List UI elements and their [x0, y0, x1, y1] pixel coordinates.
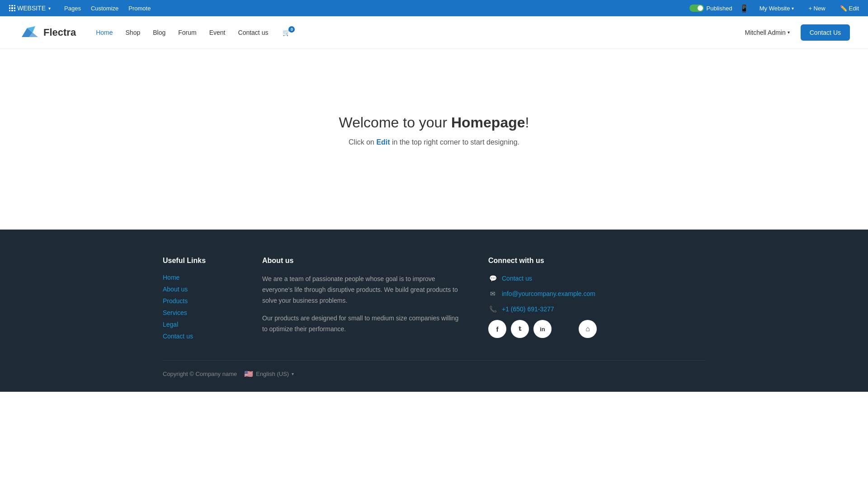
connect-heading: Connect with us	[488, 257, 606, 265]
home-button[interactable]: ⌂	[579, 320, 597, 338]
footer-about-col: About us We are a team of passionate peo…	[262, 257, 461, 342]
website-chevron-icon: ▾	[48, 6, 51, 11]
hero-title-start: Welcome to your	[339, 114, 451, 131]
connect-email: ✉ info@yourcompany.example.com	[488, 289, 606, 298]
hero-subtitle: Click on Edit in the top right corner to…	[349, 138, 519, 146]
logo[interactable]: Flectra	[18, 24, 76, 41]
nav-event[interactable]: Event	[204, 25, 231, 40]
facebook-button[interactable]: f	[488, 320, 506, 338]
admin-bar: WEBSITE ▾ Pages Customize Promote Publis…	[0, 0, 868, 16]
language-selector[interactable]: 🇺🇸 English (US) ▾	[244, 370, 294, 378]
edit-pencil-icon: ✏️	[840, 5, 847, 12]
hero-subtitle-end: in the top right corner to start designi…	[390, 138, 519, 146]
nav-home[interactable]: Home	[90, 25, 118, 40]
footer-link-legal[interactable]: Legal	[163, 321, 178, 328]
my-website-label: My Website	[760, 5, 790, 12]
copyright-text: Copyright © Company name	[163, 371, 237, 377]
user-menu-button[interactable]: Mitchell Admin ▾	[741, 26, 793, 39]
footer-link-home[interactable]: Home	[163, 274, 179, 281]
about-para2: Our products are designed for small to m…	[262, 313, 461, 335]
admin-bar-links: Pages Customize Promote	[60, 3, 155, 14]
twitter-button[interactable]: 𝕥	[511, 320, 529, 338]
connect-email-link[interactable]: info@yourcompany.example.com	[502, 290, 595, 297]
logo-icon	[18, 24, 40, 41]
pages-link[interactable]: Pages	[60, 3, 85, 14]
cart-badge: 0	[288, 26, 295, 33]
flag-icon: 🇺🇸	[244, 370, 253, 378]
footer-connect-col: Connect with us 💬 Contact us ✉ info@your…	[488, 257, 606, 342]
mobile-preview-icon[interactable]: 📱	[740, 4, 749, 13]
site-footer: Useful Links Home About us Products Serv…	[0, 230, 868, 392]
site-nav: Home Shop Blog Forum Event Contact us 🛒 …	[90, 25, 741, 40]
website-grid-icon	[9, 5, 15, 11]
nav-shop[interactable]: Shop	[120, 25, 146, 40]
site-header: Flectra Home Shop Blog Forum Event Conta…	[0, 16, 868, 49]
user-chevron-icon: ▾	[788, 30, 790, 35]
cart-button[interactable]: 🛒 0	[277, 25, 296, 40]
footer-useful-links-col: Useful Links Home About us Products Serv…	[163, 257, 235, 342]
connect-contact-link[interactable]: Contact us	[502, 275, 532, 282]
connect-contact: 💬 Contact us	[488, 274, 606, 283]
edit-button[interactable]: ✏️ Edit	[836, 3, 863, 14]
nav-blog[interactable]: Blog	[147, 25, 171, 40]
footer-link-products[interactable]: Products	[163, 297, 188, 305]
connect-phone-link[interactable]: +1 (650) 691-3277	[502, 305, 554, 313]
nav-forum[interactable]: Forum	[173, 25, 202, 40]
my-website-button[interactable]: My Website ▾	[756, 3, 798, 14]
hero-subtitle-bold: Edit	[376, 138, 390, 146]
logo-text: Flectra	[43, 27, 76, 38]
linkedin-button[interactable]: in	[533, 320, 552, 338]
connect-phone: 📞 +1 (650) 691-3277	[488, 305, 606, 314]
new-button[interactable]: + New	[805, 3, 829, 14]
about-para1: We are a team of passionate people whose…	[262, 274, 461, 306]
contact-us-header-button[interactable]: Contact Us	[801, 24, 850, 41]
chat-icon: 💬	[488, 274, 497, 283]
email-icon: ✉	[488, 289, 497, 298]
website-label: WEBSITE	[17, 5, 46, 12]
edit-label: Edit	[849, 5, 859, 12]
hero-section: Welcome to your Homepage! Click on Edit …	[0, 49, 868, 230]
useful-links-heading: Useful Links	[163, 257, 235, 265]
toggle-switch[interactable]	[689, 5, 704, 12]
useful-links-list: Home About us Products Services Legal Co…	[163, 274, 235, 340]
website-menu[interactable]: WEBSITE ▾	[5, 3, 54, 14]
hero-title-bold: Homepage	[451, 114, 525, 131]
admin-bar-left: WEBSITE ▾ Pages Customize Promote	[5, 3, 155, 14]
hero-title-end: !	[525, 114, 529, 131]
nav-contact-us[interactable]: Contact us	[233, 25, 274, 40]
hero-title: Welcome to your Homepage!	[339, 114, 529, 131]
lang-chevron-icon: ▾	[292, 371, 294, 376]
footer-link-services[interactable]: Services	[163, 309, 187, 316]
user-label: Mitchell Admin	[745, 29, 785, 36]
hero-subtitle-start: Click on	[349, 138, 376, 146]
language-label: English (US)	[256, 371, 289, 377]
footer-link-contact[interactable]: Contact us	[163, 333, 193, 340]
footer-link-about[interactable]: About us	[163, 286, 188, 293]
published-label: Published	[707, 5, 732, 12]
promote-link[interactable]: Promote	[124, 3, 155, 14]
social-icons: f 𝕥 in ⌂	[488, 320, 606, 338]
header-right: Mitchell Admin ▾ Contact Us	[741, 24, 850, 41]
my-website-chevron-icon: ▾	[792, 6, 794, 11]
published-toggle[interactable]: Published	[689, 5, 732, 12]
phone-icon: 📞	[488, 305, 497, 314]
about-heading: About us	[262, 257, 461, 265]
new-label: + New	[808, 5, 825, 12]
admin-bar-right: Published 📱 My Website ▾ + New ✏️ Edit	[689, 3, 863, 14]
footer-bottom: Copyright © Company name 🇺🇸 English (US)…	[163, 360, 705, 378]
footer-content: Useful Links Home About us Products Serv…	[163, 257, 705, 360]
customize-link[interactable]: Customize	[86, 3, 123, 14]
